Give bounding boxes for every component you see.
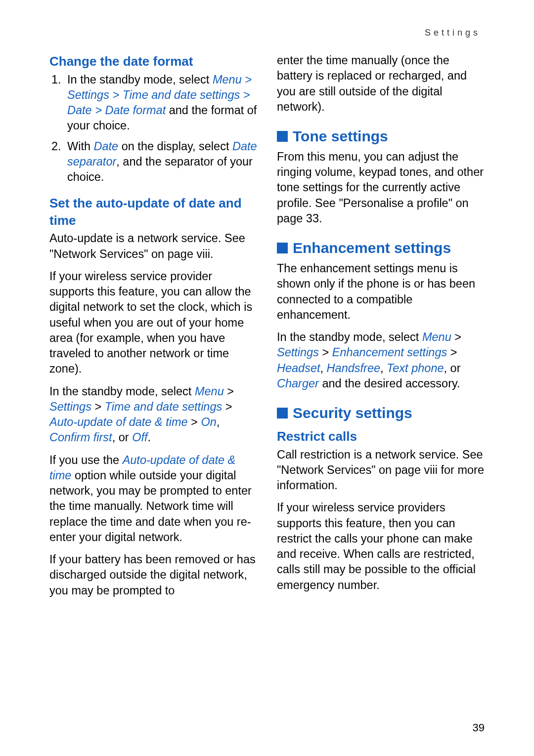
- square-bullet-icon: [277, 243, 288, 253]
- body-text: >: [319, 346, 332, 359]
- body-text: .: [147, 431, 151, 444]
- body-text: If you use the Auto-update of date & tim…: [49, 453, 257, 546]
- steps-list: In the standby mode, select Menu > Setti…: [49, 72, 257, 185]
- body-text: In the standby mode, select Menu > Setti…: [49, 384, 257, 446]
- body-text: In the standby mode, select Menu > Setti…: [277, 330, 485, 391]
- body-text: Call restriction is a network service. S…: [277, 447, 485, 494]
- body-text: In the standby mode, select: [67, 73, 213, 86]
- right-column: enter the time manually (once the batter…: [277, 53, 485, 598]
- body-text: >: [451, 331, 461, 343]
- subheading-auto-update: Set the auto-update of date and time: [49, 195, 257, 229]
- list-item: With Date on the display, select Date se…: [49, 139, 257, 185]
- ui-term: Menu: [422, 331, 451, 343]
- page-number: 39: [473, 721, 485, 734]
- body-text: enter the time manually (once the batter…: [277, 53, 485, 115]
- ui-term: Headset: [277, 362, 320, 375]
- left-column: Change the date format In the standby mo…: [49, 53, 257, 598]
- body-text: With: [67, 140, 94, 153]
- ui-term: Settings: [49, 400, 91, 413]
- body-text: In the standby mode, select: [277, 331, 422, 343]
- body-text: and the desired accessory.: [319, 377, 460, 390]
- square-bullet-icon: [277, 408, 288, 419]
- ui-term: Confirm first: [49, 431, 112, 444]
- header-chapter: Settings: [49, 28, 485, 38]
- subheading-restrict-calls: Restrict calls: [277, 428, 485, 445]
- list-item: In the standby mode, select Menu > Setti…: [49, 72, 257, 134]
- ui-term: Off: [132, 431, 147, 444]
- subheading-change-date-format: Change the date format: [49, 53, 257, 70]
- body-text: In the standby mode, select: [49, 385, 195, 398]
- manual-page: Settings Change the date format In the s…: [0, 0, 534, 598]
- heading-tone-settings: Tone settings: [277, 126, 485, 146]
- body-text: If you use the: [49, 454, 123, 466]
- ui-term: Settings: [277, 346, 319, 359]
- ui-term: On: [201, 416, 216, 428]
- body-text: >: [224, 385, 234, 398]
- body-text: If your wireless service provider suppor…: [49, 269, 257, 377]
- body-text: >: [91, 400, 105, 413]
- body-text: , or: [112, 431, 132, 444]
- ui-term: Date: [94, 140, 119, 153]
- ui-term: Text phone: [387, 362, 444, 375]
- two-column-layout: Change the date format In the standby mo…: [49, 53, 485, 598]
- ui-term: Menu: [195, 385, 224, 398]
- body-text: If your battery has been removed or has …: [49, 552, 257, 598]
- body-text: option while outside your digital networ…: [49, 469, 252, 544]
- body-text: on the display, select: [118, 140, 232, 153]
- body-text: If your wireless service providers suppo…: [277, 500, 485, 593]
- ui-term: Handsfree: [327, 362, 380, 375]
- body-text: ,: [320, 362, 327, 375]
- ui-term: Auto-update of date & time: [49, 416, 188, 428]
- heading-enhancement-settings: Enhancement settings: [277, 238, 485, 258]
- heading-security-settings: Security settings: [277, 403, 485, 423]
- heading-label: Enhancement settings: [293, 238, 451, 258]
- body-text: ,: [217, 416, 220, 428]
- body-text: , or: [444, 362, 461, 375]
- body-text: >: [188, 416, 201, 428]
- body-text: The enhancement settings menu is shown o…: [277, 261, 485, 323]
- body-text: From this menu, you can adjust the ringi…: [277, 149, 485, 226]
- square-bullet-icon: [277, 131, 288, 142]
- heading-label: Tone settings: [293, 126, 388, 146]
- heading-label: Security settings: [293, 403, 412, 423]
- body-text: Auto-update is a network service. See "N…: [49, 231, 257, 262]
- ui-term: Time and date settings: [105, 400, 222, 413]
- body-text: >: [447, 346, 457, 359]
- body-text: >: [222, 400, 232, 413]
- body-text: ,: [380, 362, 387, 375]
- ui-term: Charger: [277, 377, 319, 390]
- ui-term: Enhancement settings: [332, 346, 447, 359]
